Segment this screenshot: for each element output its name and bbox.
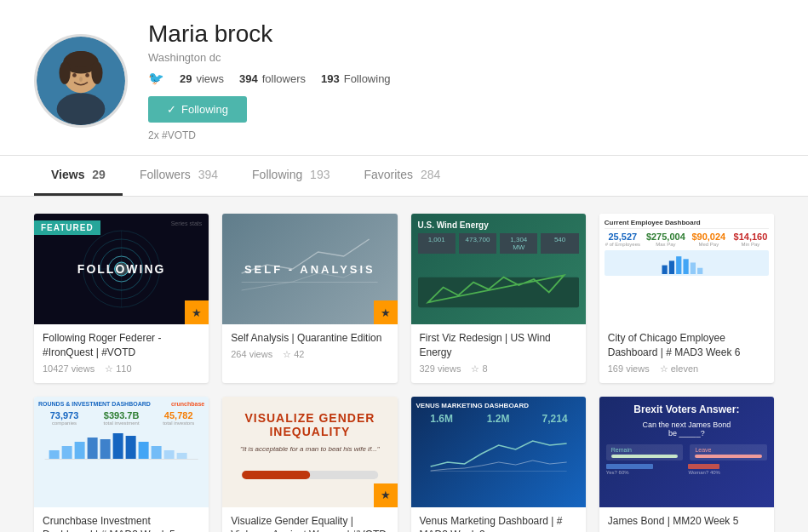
viz-views-4: 169 views <box>608 363 650 375</box>
svg-point-9 <box>79 77 83 82</box>
viz-title-4: City of Chicago Employee Dashboard | # M… <box>608 331 765 360</box>
svg-rect-37 <box>177 453 187 459</box>
svg-point-8 <box>85 73 89 77</box>
viz-info-2: Self Analysis | Quarantine Edition 264 v… <box>222 324 397 369</box>
star-badge: ★ <box>185 300 209 324</box>
content-area: Series stats FOLLOWING FEATURED ★ Follow… <box>0 197 808 532</box>
svg-rect-24 <box>691 262 696 274</box>
svg-point-5 <box>59 61 70 83</box>
viz-views-3: 329 views <box>420 363 461 375</box>
viz-info-4: City of Chicago Employee Dashboard | # M… <box>599 324 774 383</box>
profile-name: Maria brock <box>148 20 774 48</box>
tab-followers-count: 394 <box>198 168 218 181</box>
viz-info-5: Crunchbase Investment Dashboard | # MAD3… <box>34 507 209 532</box>
tab-views[interactable]: Views 29 <box>34 156 123 196</box>
viz-title-1: Following Roger Federer - #IronQuest | #… <box>43 331 200 360</box>
viz-card-6[interactable]: VISUALIZE GENDER INEQUALITY "It is accep… <box>222 397 397 532</box>
viz-thumbnail-3: U.S. Wind Energy 1,001 473,700 1,304 MW … <box>411 214 586 324</box>
svg-point-6 <box>91 61 102 83</box>
svg-rect-20 <box>662 266 667 274</box>
viz-thumbnail-5: ROUNDS & INVESTMENT DASHBOARD crunchbase… <box>34 397 209 507</box>
viz-thumbnail-8: Brexit Voters Answer: Can the next James… <box>599 397 774 507</box>
profile-info: Maria brock Washington dc 🐦 29 views 394… <box>148 20 774 141</box>
avatar <box>34 34 128 128</box>
viz-info-3: First Viz Redesign | US Wind Energy 329 … <box>411 324 586 383</box>
svg-rect-21 <box>669 260 674 274</box>
follow-button-label: Following <box>181 103 228 116</box>
svg-point-7 <box>72 73 77 77</box>
svg-rect-36 <box>164 450 175 459</box>
viz-stars-1: ☆ 110 <box>105 363 131 375</box>
tab-favorites[interactable]: Favorites 284 <box>347 156 457 196</box>
featured-badge: FEATURED <box>34 220 100 235</box>
viz-thumbnail-6: VISUALIZE GENDER INEQUALITY "It is accep… <box>222 397 397 507</box>
star-badge: ★ <box>374 483 398 507</box>
viz-card-8[interactable]: Brexit Voters Answer: Can the next James… <box>599 397 774 532</box>
svg-rect-39 <box>242 471 310 479</box>
twitter-icon: 🐦 <box>148 71 164 86</box>
viz-card-5[interactable]: ROUNDS & INVESTMENT DASHBOARD crunchbase… <box>34 397 209 532</box>
svg-rect-32 <box>113 433 123 459</box>
viz-grid: Series stats FOLLOWING FEATURED ★ Follow… <box>34 214 774 532</box>
viz-views-2: 264 views <box>231 349 272 360</box>
viz-meta-3: 329 views ☆ 8 <box>420 363 577 375</box>
votd-text: 2x #VOTD <box>148 129 774 141</box>
viz-card-4[interactable]: Current Employee Dashboard 25,527# of Em… <box>599 214 774 383</box>
viz-info-1: Following Roger Federer - #IronQuest | #… <box>34 324 209 383</box>
viz-thumbnail-4: Current Employee Dashboard 25,527# of Em… <box>599 214 774 324</box>
profile-location: Washington dc <box>148 51 774 64</box>
viz-views-1: 10427 views <box>43 363 95 375</box>
viz-thumbnail-2: SELF - ANALYSIS ★ <box>222 214 397 324</box>
viz-card-2[interactable]: SELF - ANALYSIS ★ Self Analysis | Quaran… <box>222 214 397 383</box>
avatar-image <box>37 34 125 128</box>
viz-title-2: Self Analysis | Quarantine Edition <box>231 331 388 346</box>
svg-rect-28 <box>62 446 72 459</box>
svg-rect-22 <box>676 256 681 274</box>
viz-meta-4: 169 views ☆ eleven <box>608 363 765 375</box>
viz-thumbnail-1: Series stats FOLLOWING FEATURED ★ <box>34 214 209 324</box>
views-stat: 29 views <box>180 72 224 85</box>
svg-point-1 <box>57 93 106 125</box>
svg-rect-33 <box>126 436 136 459</box>
viz-info-6: Visualize Gender Equality | Violence Aga… <box>222 507 397 532</box>
viz-title-5: Crunchbase Investment Dashboard | # MAD3… <box>43 514 200 532</box>
viz-thumbnail-7: VENUS MARKETING DASHBOARD 1.6M 1.2M 7,21… <box>411 397 586 507</box>
profile-stats: 🐦 29 views 394 followers 193 Following <box>148 71 774 86</box>
svg-rect-25 <box>697 268 702 274</box>
viz-title-3: First Viz Redesign | US Wind Energy <box>420 331 577 360</box>
followers-stat: 394 followers <box>239 72 306 85</box>
check-icon: ✓ <box>167 103 176 116</box>
tab-following[interactable]: Following 193 <box>235 156 347 196</box>
viz-title-8: James Bond | MM20 Week 5 <box>608 514 765 529</box>
svg-rect-23 <box>683 259 688 274</box>
viz-stars-2: ☆ 42 <box>283 349 304 360</box>
svg-point-4 <box>66 51 95 67</box>
tab-followers[interactable]: Followers 394 <box>123 156 235 196</box>
viz-stars-3: ☆ 8 <box>471 363 487 375</box>
svg-rect-29 <box>75 442 85 459</box>
viz-title-7: Venus Marketing Dashboard | # MAD3 Week … <box>420 514 577 532</box>
svg-rect-31 <box>100 439 111 459</box>
svg-rect-17 <box>242 282 378 283</box>
viz-card-3[interactable]: U.S. Wind Energy 1,001 473,700 1,304 MW … <box>411 214 586 383</box>
viz-card-1[interactable]: Series stats FOLLOWING FEATURED ★ Follow… <box>34 214 209 383</box>
svg-rect-30 <box>88 438 98 459</box>
viz-info-8: James Bond | MM20 Week 5 157 views ☆ 4 <box>599 507 774 532</box>
tabs-bar: Views 29 Followers 394 Following 193 Fav… <box>0 156 808 197</box>
viz-title-6: Visualize Gender Equality | Violence Aga… <box>231 514 388 532</box>
viz-card-7[interactable]: VENUS MARKETING DASHBOARD 1.6M 1.2M 7,21… <box>411 397 586 532</box>
viz-stars-4: ☆ eleven <box>660 363 698 375</box>
tab-favorites-count: 284 <box>421 168 440 181</box>
viz-meta-2: 264 views ☆ 42 <box>231 349 388 360</box>
following-stat: 193 Following <box>321 72 391 85</box>
tab-following-count: 193 <box>310 168 330 181</box>
svg-rect-35 <box>152 446 162 459</box>
svg-rect-34 <box>139 442 149 459</box>
svg-rect-40 <box>430 471 566 472</box>
profile-header: Maria brock Washington dc 🐦 29 views 394… <box>0 0 808 156</box>
svg-rect-27 <box>49 450 60 459</box>
viz-info-7: Venus Marketing Dashboard | # MAD3 Week … <box>411 507 586 532</box>
svg-rect-26 <box>45 459 198 460</box>
follow-button[interactable]: ✓ Following <box>148 96 247 123</box>
tab-views-count: 29 <box>92 168 106 181</box>
